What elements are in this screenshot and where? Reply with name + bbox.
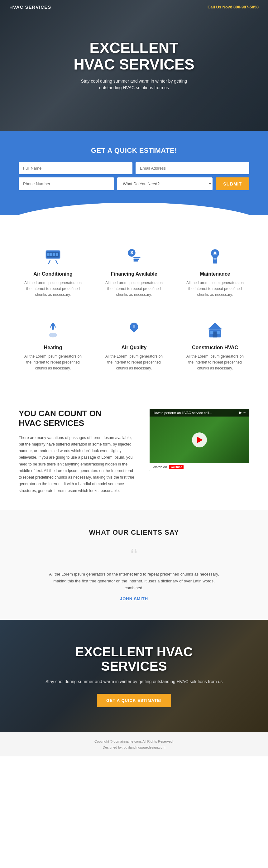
nav-phone: Call Us Now! 800-987-5858 <box>207 5 259 9</box>
service-desc-heating: All the Lorem Ipsum generators on the In… <box>22 353 84 372</box>
svg-rect-10 <box>133 257 140 258</box>
service-name-construction: Construction HVAC <box>184 345 246 350</box>
svg-rect-14 <box>214 252 216 254</box>
youtube-logo: YouTube <box>169 465 183 469</box>
video-box: How to perform an HVAC service call... ▶… <box>149 409 249 471</box>
testimonials-title: WHAT OUR CLIENTS SAY <box>19 528 249 536</box>
svg-marker-18 <box>208 322 223 329</box>
phone-input[interactable] <box>19 177 114 190</box>
play-button[interactable] <box>192 432 207 447</box>
service-name-heating: Heating <box>22 345 84 350</box>
footer-designed-by: Designed by: buylandingpagedesign.com <box>6 745 262 750</box>
svg-rect-5 <box>56 253 58 256</box>
about-body: There are many variations of passages of… <box>19 435 137 494</box>
services-section: Air Conditioning All the Lorem Ipsum gen… <box>0 215 268 393</box>
email-input[interactable] <box>136 162 249 174</box>
svg-rect-15 <box>213 258 216 259</box>
cta-subtitle: Stay cool during summer and warm in wint… <box>45 678 223 685</box>
service-desc-financing: All the Lorem Ipsum generators on the In… <box>103 280 165 298</box>
svg-point-17 <box>49 333 57 337</box>
testimonial-quote: All the Lorem Ipsum generators on the In… <box>47 571 221 591</box>
watch-label: Watch on <box>153 465 167 469</box>
svg-rect-3 <box>50 253 52 256</box>
svg-rect-4 <box>53 253 55 256</box>
service-item-air-quality: Air Quality All the Lorem Ipsum generato… <box>100 314 168 378</box>
form-row-2: What Do You Need? SUBMIT <box>19 177 249 190</box>
svg-line-6 <box>48 260 50 264</box>
service-name-ac: Air Conditioning <box>22 271 84 277</box>
service-desc-ac: All the Lorem Ipsum generators on the In… <box>22 280 84 298</box>
service-desc-maintenance: All the Lorem Ipsum generators on the In… <box>184 280 246 298</box>
construction-icon <box>205 320 225 340</box>
cta-button[interactable]: GET A QUICK ESTIMATE! <box>97 694 171 707</box>
svg-rect-2 <box>47 253 49 256</box>
video-title: How to perform an HVAC service call... <box>153 411 212 415</box>
site-logo: HVAC SERVICES <box>9 4 51 10</box>
cta-content: EXCELLENT HVAC SERVICES Stay cool during… <box>27 645 241 707</box>
quote-icon: “ <box>19 546 249 566</box>
youtube-bar: Watch on YouTube <box>149 463 249 471</box>
service-item-financing: $ Financing Available All the Lorem Ipsu… <box>100 240 168 304</box>
air-quality-icon <box>124 320 144 340</box>
financing-icon: $ <box>124 246 144 266</box>
svg-rect-11 <box>133 258 139 260</box>
form-row-1 <box>19 162 249 174</box>
about-section: YOU CAN COUNT ON HVAC SERVICES There are… <box>0 393 268 510</box>
need-select[interactable]: What Do You Need? <box>117 177 212 190</box>
phone-number[interactable]: 800-987-5858 <box>233 5 259 9</box>
footer: Copyright © domainname.com. All Rights R… <box>0 732 268 756</box>
full-name-input[interactable] <box>19 162 132 174</box>
estimate-section: GET A QUICK ESTIMATE! What Do You Need? … <box>0 131 268 215</box>
hero-title: EXCELLENT HVAC SERVICES <box>73 40 195 73</box>
services-grid: Air Conditioning All the Lorem Ipsum gen… <box>19 240 249 378</box>
cta-title: EXCELLENT HVAC SERVICES <box>45 645 223 674</box>
hero-content: EXCELLENT HVAC SERVICES Stay cool during… <box>61 40 207 91</box>
navigation: HVAC SERVICES Call Us Now! 800-987-5858 <box>0 0 268 14</box>
svg-line-7 <box>56 260 57 264</box>
svg-rect-16 <box>213 259 216 260</box>
testimonial-author: JOHN SMITH <box>19 596 249 601</box>
svg-rect-22 <box>217 331 220 334</box>
heating-icon <box>43 320 63 340</box>
svg-text:$: $ <box>130 250 133 255</box>
service-item-heating: Heating All the Lorem Ipsum generators o… <box>19 314 87 378</box>
video-title-bar: How to perform an HVAC service call... ▶… <box>149 409 249 416</box>
service-name-maintenance: Maintenance <box>184 271 246 277</box>
ac-icon <box>43 246 63 266</box>
svg-rect-20 <box>213 332 217 337</box>
hero-subtitle: Stay cool during summer and warm in wint… <box>78 78 190 91</box>
service-item-construction: Construction HVAC All the Lorem Ipsum ge… <box>181 314 249 378</box>
estimate-title: GET A QUICK ESTIMATE! <box>19 147 249 155</box>
service-name-financing: Financing Available <box>103 271 165 277</box>
service-item-maintenance: Maintenance All the Lorem Ipsum generato… <box>181 240 249 304</box>
maintenance-icon <box>205 246 225 266</box>
hero-section: HVAC SERVICES Call Us Now! 800-987-5858 … <box>0 0 268 131</box>
service-item-ac: Air Conditioning All the Lorem Ipsum gen… <box>19 240 87 304</box>
about-title: YOU CAN COUNT ON HVAC SERVICES <box>19 409 137 428</box>
estimate-form: What Do You Need? SUBMIT <box>19 162 249 190</box>
call-label: Call Us Now! <box>207 5 232 9</box>
svg-rect-12 <box>133 260 138 261</box>
submit-button[interactable]: SUBMIT <box>216 177 249 190</box>
about-text-block: YOU CAN COUNT ON HVAC SERVICES There are… <box>19 409 137 494</box>
video-thumbnail[interactable]: How to perform an HVAC service call... ▶… <box>149 409 249 471</box>
footer-copyright: Copyright © domainname.com. All Rights R… <box>6 739 262 745</box>
video-controls: ▶ ⋯ <box>239 411 246 415</box>
testimonials-section: WHAT OUR CLIENTS SAY “ All the Lorem Ips… <box>0 510 268 620</box>
svg-rect-21 <box>210 331 213 334</box>
service-desc-construction: All the Lorem Ipsum generators on the In… <box>184 353 246 372</box>
service-desc-air-quality: All the Lorem Ipsum generators on the In… <box>103 353 165 372</box>
cta-section: EXCELLENT HVAC SERVICES Stay cool during… <box>0 620 268 732</box>
service-name-air-quality: Air Quality <box>103 345 165 350</box>
